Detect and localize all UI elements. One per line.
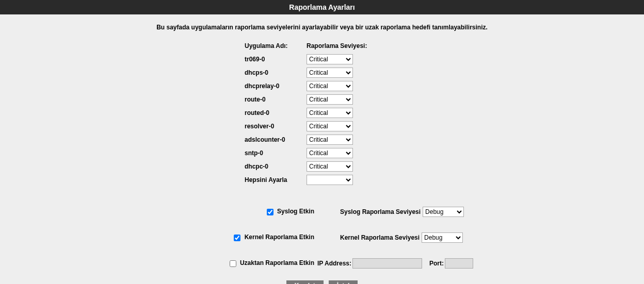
app-name-label: routed-0 — [245, 109, 307, 116]
app-level-select[interactable]: CriticalErrorWarningNoticeInfoDebug — [307, 108, 353, 118]
app-name-label: dhcpc-0 — [245, 163, 307, 170]
remote-port-label: Port: — [429, 260, 444, 267]
apps-table-row: tr069-0CriticalErrorWarningNoticeInfoDeb… — [245, 53, 399, 66]
kernel-level-select[interactable]: CriticalErrorWarningNoticeInfoDebug — [422, 232, 463, 243]
kernel-checkbox-label: Kernel Raporlama Etkin — [245, 233, 314, 241]
apps-table-row: routed-0CriticalErrorWarningNoticeInfoDe… — [245, 106, 399, 120]
page-title-bar: Raporlama Ayarları — [0, 0, 644, 14]
app-level-select[interactable]: CriticalErrorWarningNoticeInfoDebug — [307, 161, 353, 172]
apps-table-row: resolver-0CriticalErrorWarningNoticeInfo… — [245, 120, 399, 133]
apps-table-row: dhcps-0CriticalErrorWarningNoticeInfoDeb… — [245, 66, 399, 79]
app-level-select[interactable]: CriticalErrorWarningNoticeInfoDebug — [307, 148, 353, 158]
apps-table-row: dhcprelay-0CriticalErrorWarningNoticeInf… — [245, 79, 399, 93]
app-level-select[interactable]: CriticalErrorWarningNoticeInfoDebug — [307, 81, 353, 91]
cancel-button[interactable]: İptal — [329, 280, 358, 284]
remote-port-input[interactable] — [445, 258, 473, 269]
button-row: Kaydet İptal — [0, 276, 644, 284]
column-header-app-name: Uygulama Adı: — [245, 42, 307, 49]
set-all-label: Hepsini Ayarla — [245, 176, 307, 183]
app-level-select[interactable]: CriticalErrorWarningNoticeInfoDebug — [307, 135, 353, 145]
app-level-select[interactable]: CriticalErrorWarningNoticeInfoDebug — [307, 94, 353, 105]
kernel-checkbox-wrap[interactable]: Kernel Raporlama Etkin — [232, 233, 314, 241]
remote-ip-label: IP Address: — [317, 260, 351, 267]
app-name-label: resolver-0 — [245, 123, 307, 130]
set-all-select[interactable]: CriticalErrorWarningNoticeInfoDebug — [307, 175, 353, 185]
app-level-select[interactable]: CriticalErrorWarningNoticeInfoDebug — [307, 121, 353, 131]
apps-table: Uygulama Adı: Raporlama Seviyesi: tr069-… — [245, 39, 399, 187]
options-section: Syslog Etkin Syslog Raporlama Seviyesi C… — [110, 199, 534, 276]
apps-table-row: route-0CriticalErrorWarningNoticeInfoDeb… — [245, 93, 399, 106]
app-name-label: route-0 — [245, 96, 307, 103]
page-description: Bu sayfada uygulamaların raporlama seviy… — [0, 14, 644, 39]
remote-checkbox-label: Uzaktan Raporlama Etkin — [240, 259, 314, 266]
app-name-label: adslcounter-0 — [245, 136, 307, 143]
app-name-label: dhcprelay-0 — [245, 82, 307, 90]
page-title: Raporlama Ayarları — [289, 3, 355, 11]
syslog-checkbox-wrap[interactable]: Syslog Etkin — [265, 208, 314, 215]
kernel-level-label: Kernel Raporlama Seviyesi — [340, 234, 420, 241]
set-all-row: Hepsini Ayarla CriticalErrorWarningNotic… — [245, 173, 399, 187]
syslog-checkbox-label: Syslog Etkin — [277, 208, 314, 215]
remote-checkbox-wrap[interactable]: Uzaktan Raporlama Etkin — [228, 259, 314, 266]
remote-row: Uzaktan Raporlama Etkin IP Address: Port… — [110, 250, 534, 276]
apps-table-row: adslcounter-0CriticalErrorWarningNoticeI… — [245, 133, 399, 146]
syslog-row: Syslog Etkin Syslog Raporlama Seviyesi C… — [110, 199, 534, 225]
apps-table-row: sntp-0CriticalErrorWarningNoticeInfoDebu… — [245, 146, 399, 160]
syslog-level-label: Syslog Raporlama Seviyesi — [340, 208, 421, 215]
column-header-report-level: Raporlama Seviyesi: — [307, 42, 394, 49]
app-name-label: tr069-0 — [245, 56, 307, 63]
remote-checkbox[interactable] — [230, 260, 236, 267]
save-button[interactable]: Kaydet — [286, 280, 324, 284]
kernel-row: Kernel Raporlama Etkin Kernel Raporlama … — [110, 225, 534, 250]
syslog-level-select[interactable]: CriticalErrorWarningNoticeInfoDebug — [423, 207, 464, 217]
remote-ip-input[interactable] — [352, 258, 422, 269]
app-level-select[interactable]: CriticalErrorWarningNoticeInfoDebug — [307, 68, 353, 78]
app-level-select[interactable]: CriticalErrorWarningNoticeInfoDebug — [307, 54, 353, 64]
apps-table-row: dhcpc-0CriticalErrorWarningNoticeInfoDeb… — [245, 160, 399, 173]
kernel-checkbox[interactable] — [234, 235, 240, 241]
apps-table-header: Uygulama Adı: Raporlama Seviyesi: — [245, 39, 399, 53]
app-name-label: sntp-0 — [245, 149, 307, 157]
app-name-label: dhcps-0 — [245, 69, 307, 76]
syslog-checkbox[interactable] — [267, 209, 273, 215]
